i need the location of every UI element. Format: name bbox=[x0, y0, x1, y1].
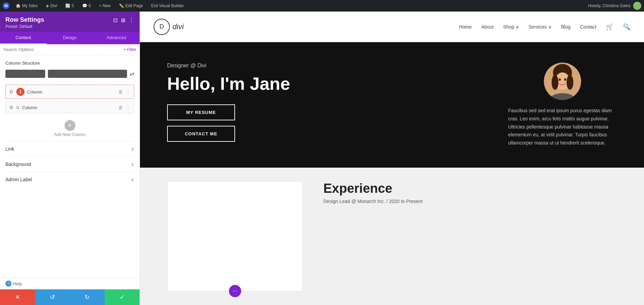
tab-advanced[interactable]: Advanced bbox=[93, 32, 140, 44]
resume-button[interactable]: MY RESUME bbox=[167, 104, 235, 120]
panel-split-icon[interactable]: ⊞ bbox=[121, 17, 125, 23]
column-1-label: Column bbox=[27, 89, 115, 95]
panel-title: Row Settings bbox=[5, 16, 44, 23]
new-menu[interactable]: + New bbox=[97, 0, 112, 12]
column-2-delete-icon[interactable]: 🗑 bbox=[118, 105, 123, 110]
panel-header: Row Settings ⊡ ⊞ ⋮ Preset: Default bbox=[0, 12, 140, 32]
nav-about[interactable]: About bbox=[481, 24, 494, 30]
background-section-title: Background bbox=[5, 162, 31, 167]
admin-label-section-header[interactable]: Admin Label ∨ bbox=[5, 177, 134, 182]
panel-body: Column Structure ⇄ ⚙ 1 Column 🗑 ⋮ ⚙ ⧉ Co… bbox=[0, 55, 140, 277]
home-icon: 🏠 bbox=[16, 3, 21, 8]
save-button[interactable]: ✓ bbox=[105, 289, 140, 305]
tab-design[interactable]: Design bbox=[47, 32, 93, 44]
column-preview-1 bbox=[5, 70, 45, 78]
hero-section: Designer @ Divi Hello, I'm Jane MY RESUM… bbox=[140, 42, 644, 168]
updates-menu[interactable]: 🔄 5 bbox=[63, 0, 76, 12]
column-1-delete-icon[interactable]: 🗑 bbox=[118, 89, 123, 95]
site-logo: D divi bbox=[154, 19, 184, 35]
svg-point-3 bbox=[559, 79, 561, 81]
divi-icon: ◈ bbox=[46, 3, 49, 8]
services-chevron-icon: ∨ bbox=[548, 24, 552, 30]
column-2-more-icon[interactable]: ⋮ bbox=[126, 105, 130, 110]
add-column-label: Add New Column bbox=[54, 132, 86, 137]
svg-point-5 bbox=[552, 75, 558, 90]
tab-content[interactable]: Content bbox=[0, 32, 47, 44]
svg-point-4 bbox=[564, 79, 566, 81]
search-input[interactable] bbox=[3, 47, 122, 52]
wordpress-logo[interactable]: W bbox=[3, 2, 10, 9]
cancel-button[interactable]: ✕ bbox=[0, 289, 35, 305]
nav-blog[interactable]: Blog bbox=[561, 24, 571, 30]
avatar-svg bbox=[544, 63, 581, 100]
row-settings-panel: Row Settings ⊡ ⊞ ⋮ Preset: Default Conte… bbox=[0, 12, 140, 305]
nav-contact[interactable]: Contact bbox=[580, 24, 596, 30]
hero-title: Hello, I'm Jane bbox=[167, 74, 488, 94]
background-chevron-icon: ∨ bbox=[131, 162, 134, 167]
column-2-label: Column bbox=[22, 105, 115, 110]
link-chevron-icon: ∨ bbox=[131, 146, 134, 152]
comments-icon: 💬 bbox=[82, 3, 87, 8]
add-column-section: + Add New Column bbox=[5, 116, 134, 141]
link-section-title: Link bbox=[5, 146, 14, 152]
column-2-settings-icon[interactable]: ⚙ bbox=[9, 105, 14, 110]
redo-button[interactable]: ↻ bbox=[70, 289, 105, 305]
site-header: D divi Home About Shop ∨ Services ∨ Blog… bbox=[140, 12, 644, 42]
column-row-2: ⚙ ⧉ Column 🗑 ⋮ bbox=[5, 102, 134, 113]
column-swap-button[interactable]: ⇄ bbox=[130, 71, 134, 77]
my-sites-menu[interactable]: 🏠 My Sites bbox=[14, 0, 40, 12]
panel-search-bar: + Filter bbox=[0, 44, 140, 55]
user-greeting: Howdy, Christina Gwira bbox=[588, 3, 630, 8]
help-button[interactable]: ? Help bbox=[0, 277, 140, 289]
contact-button[interactable]: CONTACT ME bbox=[167, 126, 235, 142]
hero-subtitle: Designer @ Divi bbox=[167, 63, 488, 69]
column-structure-preview: ⇄ bbox=[5, 70, 134, 78]
column-row-1: ⚙ 1 Column 🗑 ⋮ bbox=[5, 85, 134, 99]
experience-title: Experience bbox=[323, 181, 617, 196]
help-icon: ? bbox=[5, 281, 12, 287]
column-1-more-icon[interactable]: ⋮ bbox=[126, 89, 130, 95]
filter-button[interactable]: + Filter bbox=[124, 47, 136, 52]
experience-subtitle: Design Lead @ Monarch Inc. / 2020 to Pre… bbox=[323, 199, 617, 204]
site-preview: D divi Home About Shop ∨ Services ∨ Blog… bbox=[140, 12, 644, 305]
updates-icon: 🔄 bbox=[65, 3, 70, 8]
bottom-action-bar: ✕ ↺ ↻ ✓ bbox=[0, 289, 140, 305]
admin-label-section: Admin Label ∨ bbox=[5, 172, 134, 187]
divi-menu[interactable]: ◈ Divi bbox=[44, 0, 59, 12]
comments-menu[interactable]: 💬 0 bbox=[80, 0, 93, 12]
column-1-badge: 1 bbox=[16, 88, 24, 96]
cart-icon[interactable]: 🛒 bbox=[606, 23, 613, 31]
column-structure-label: Column Structure bbox=[5, 61, 134, 66]
column-1-settings-icon[interactable]: ⚙ bbox=[9, 89, 14, 95]
logo-text: divi bbox=[173, 22, 184, 31]
purple-dots-button[interactable]: ··· bbox=[229, 285, 241, 297]
column-2-copy-icon[interactable]: ⧉ bbox=[16, 105, 19, 110]
site-nav: Home About Shop ∨ Services ∨ Blog Contac… bbox=[459, 23, 630, 31]
avatar[interactable] bbox=[633, 2, 641, 10]
panel-window-icon[interactable]: ⊡ bbox=[113, 17, 118, 23]
add-column-button[interactable]: + bbox=[65, 120, 75, 131]
search-icon[interactable]: 🔍 bbox=[623, 23, 630, 31]
hero-avatar bbox=[544, 63, 581, 100]
admin-label-section-title: Admin Label bbox=[5, 177, 32, 182]
undo-button[interactable]: ↺ bbox=[35, 289, 70, 305]
link-section-header[interactable]: Link ∨ bbox=[5, 146, 134, 152]
experience-section: ··· Experience Design Lead @ Monarch Inc… bbox=[140, 168, 644, 305]
panel-tabs: Content Design Advanced bbox=[0, 32, 140, 44]
admin-bar: W 🏠 My Sites ◈ Divi 🔄 5 💬 0 + New ✏️ Edi… bbox=[0, 0, 644, 12]
edit-page-button[interactable]: ✏️ Edit Page bbox=[117, 0, 145, 12]
nav-shop[interactable]: Shop ∨ bbox=[503, 24, 519, 30]
hero-right-column: Faucibus sed sed erat ipsum purus egesta… bbox=[508, 63, 617, 147]
admin-label-chevron-icon: ∨ bbox=[131, 177, 134, 182]
nav-home[interactable]: Home bbox=[459, 24, 471, 30]
background-section: Background ∨ bbox=[5, 156, 134, 172]
exit-builder-button[interactable]: Exit Visual Builder bbox=[149, 0, 186, 12]
link-section: Link ∨ bbox=[5, 141, 134, 156]
nav-services[interactable]: Services ∨ bbox=[529, 24, 552, 30]
background-section-header[interactable]: Background ∨ bbox=[5, 162, 134, 167]
panel-more-icon[interactable]: ⋮ bbox=[129, 17, 134, 23]
logo-letter: D bbox=[160, 23, 164, 30]
hero-left-column: Designer @ Divi Hello, I'm Jane MY RESUM… bbox=[167, 63, 488, 147]
panel-preset: Preset: Default bbox=[5, 24, 134, 29]
column-preview-2 bbox=[48, 70, 127, 78]
